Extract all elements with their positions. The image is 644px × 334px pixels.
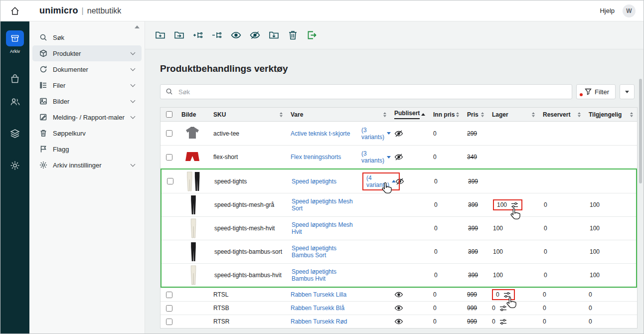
header-reservert[interactable]: Reservert xyxy=(539,108,585,121)
select-all-checkbox[interactable] xyxy=(166,111,172,118)
adjust-stock-icon[interactable] xyxy=(503,292,511,298)
sidenav-item-dokumenter[interactable]: Dokumenter xyxy=(32,61,142,77)
sidenav-item-label: Filer xyxy=(53,82,126,89)
export-button[interactable] xyxy=(307,30,317,40)
sidenav-item-filer[interactable]: Filer xyxy=(32,77,142,93)
row-checkbox[interactable] xyxy=(166,305,172,312)
sidenav-item-label: Søk xyxy=(53,34,135,41)
search-icon xyxy=(165,88,173,97)
flag-icon xyxy=(39,145,47,153)
sidenav-item-produkter[interactable]: Produkter xyxy=(32,45,142,61)
annotation-green-highlight: speed-tights Speed løpetights (4 variant… xyxy=(161,168,637,288)
sort-icon xyxy=(532,112,535,117)
sidenav-item-maler[interactable]: Melding- / Rapport-maler xyxy=(32,109,142,125)
row-checkbox[interactable] xyxy=(167,178,173,184)
product-link[interactable]: Speed løpetights Mesh Sort xyxy=(292,198,358,212)
product-link[interactable]: Flex treningsshorts xyxy=(291,154,341,161)
eye-icon[interactable] xyxy=(394,304,403,313)
sidenav-item-sok[interactable]: Søk xyxy=(32,29,142,45)
header-inn-pris[interactable]: Inn pris xyxy=(429,108,463,121)
tilgjengelig-cell: 0 xyxy=(585,305,637,312)
sort-icon xyxy=(630,112,633,117)
user-avatar[interactable]: W xyxy=(623,4,636,17)
header-tilgjengelig[interactable]: Tilgjengelig xyxy=(585,108,637,121)
variants-toggle[interactable]: (4 variants) xyxy=(366,174,396,188)
eye-off-icon[interactable] xyxy=(394,129,403,138)
product-link[interactable]: Speed løpetights Mesh Hvit xyxy=(292,221,358,235)
row-checkbox[interactable] xyxy=(166,319,172,325)
eye-off-icon[interactable] xyxy=(394,153,403,162)
reservert-cell: 0 xyxy=(540,201,586,208)
header-publisert[interactable]: Publisert xyxy=(390,108,429,121)
sort-icon xyxy=(280,112,283,117)
delete-button[interactable] xyxy=(288,30,298,40)
variants-toggle[interactable]: (3 variants) xyxy=(361,127,391,141)
pris-cell: 999 xyxy=(463,318,488,325)
eye-icon[interactable] xyxy=(394,290,403,299)
sidenav-item-flagg[interactable]: Flagg xyxy=(32,141,142,157)
product-toolbar xyxy=(145,21,644,49)
product-image-tights-black xyxy=(182,194,204,215)
publish-button[interactable] xyxy=(231,30,241,40)
reservert-cell: 0 xyxy=(539,291,585,298)
collapse-tree-button[interactable] xyxy=(212,30,222,40)
move-folder-button[interactable] xyxy=(174,30,184,40)
eye-icon[interactable] xyxy=(394,317,403,326)
pris-cell: 999 xyxy=(463,291,488,298)
chevron-down-icon xyxy=(131,114,136,119)
adjust-stock-icon[interactable] xyxy=(499,319,507,325)
header-lager[interactable]: Lager xyxy=(488,108,539,121)
row-checkbox[interactable] xyxy=(166,130,172,137)
table-row-variant: speed-tights-mesh-grå Speed løpetights M… xyxy=(161,193,636,216)
adjust-stock-icon[interactable] xyxy=(499,305,507,312)
product-link[interactable]: Speed løpetights Bambus Hvit xyxy=(292,268,358,282)
content-area: Produktbehandlings verktøy Filter Bilde xyxy=(145,63,644,329)
sidenav-item-soppelkurv[interactable]: Søppelkurv xyxy=(32,125,142,141)
home-button[interactable] xyxy=(8,4,21,17)
expand-tree-button[interactable] xyxy=(193,30,203,40)
product-link[interactable]: Rabben Tursekk Lilla xyxy=(291,291,346,298)
main-scrollbar-thumb[interactable] xyxy=(639,79,642,183)
table-row-variant: speed-tights-bambus-hvit Speed løpetight… xyxy=(161,263,636,287)
rail-item-arkiv[interactable] xyxy=(6,30,24,46)
sidenav-scroll-up[interactable] xyxy=(135,25,140,28)
table-row-variant: speed-tights-bambus-sort Speed løpetight… xyxy=(161,240,636,263)
search-input[interactable] xyxy=(160,84,572,99)
sidenav-item-bilder[interactable]: Bilder xyxy=(32,93,142,109)
filter-button[interactable]: Filter xyxy=(576,84,616,99)
sku-cell: RTSR xyxy=(209,318,287,325)
rail-item-shopping-bag[interactable] xyxy=(10,74,20,84)
edit-template-icon xyxy=(39,113,47,121)
header-vare[interactable]: Vare xyxy=(287,108,390,121)
filter-dropdown-button[interactable] xyxy=(620,84,635,99)
folder-import-button[interactable] xyxy=(269,30,279,40)
header-sku[interactable]: SKU xyxy=(209,108,287,121)
product-link[interactable]: Rabben Tursekk Blå xyxy=(291,305,344,312)
chevron-down-icon xyxy=(131,98,136,103)
sidenav-item-arkiv-innstillinger[interactable]: Arkiv innstillinger xyxy=(32,157,142,173)
adjust-stock-icon[interactable] xyxy=(511,202,518,208)
rail-item-contacts[interactable] xyxy=(10,97,20,107)
rail-item-settings[interactable] xyxy=(10,161,20,170)
unpublish-button[interactable] xyxy=(250,30,260,40)
variants-toggle[interactable]: (3 variants) xyxy=(361,150,391,164)
pris-cell: 299 xyxy=(463,130,488,137)
add-folder-button[interactable] xyxy=(155,30,165,40)
row-checkbox[interactable] xyxy=(166,154,172,161)
gear-icon xyxy=(10,161,20,170)
row-checkbox[interactable] xyxy=(166,292,172,298)
funnel-icon xyxy=(585,88,592,95)
product-link[interactable]: Active teknisk t-skjorte xyxy=(291,130,350,137)
lager-value: 0 xyxy=(492,305,495,312)
chevron-down-icon xyxy=(131,82,136,87)
header-pris[interactable]: Pris xyxy=(463,108,488,121)
annotation-red-box-lager: 100 xyxy=(493,199,522,210)
pris-cell: 399 xyxy=(464,225,489,232)
help-link[interactable]: Hjelp xyxy=(600,7,615,14)
product-table: Bilde SKU Vare Publisert Inn pris Pris L… xyxy=(160,107,638,329)
product-image-tights-black xyxy=(182,241,204,262)
rail-item-modules[interactable] xyxy=(10,129,20,139)
product-link[interactable]: Speed løpetights Bambus Sort xyxy=(292,245,358,259)
product-link[interactable]: Speed løpetights xyxy=(292,178,336,185)
product-link[interactable]: Rabben Tursekk Rød xyxy=(291,318,347,325)
